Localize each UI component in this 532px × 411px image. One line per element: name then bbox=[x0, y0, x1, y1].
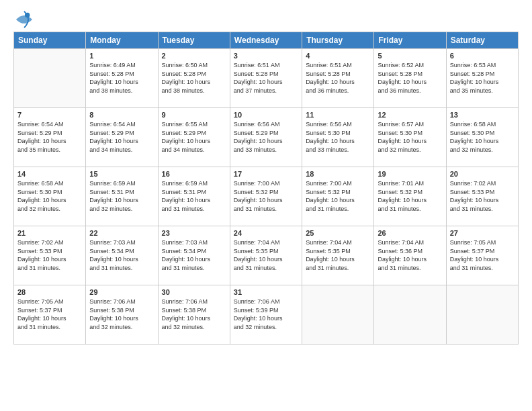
day-info: Sunrise: 6:53 AMSunset: 5:28 PMDaylight:… bbox=[450, 61, 515, 95]
calendar-cell: 1Sunrise: 6:49 AMSunset: 5:28 PMDaylight… bbox=[86, 49, 158, 108]
calendar-header-saturday: Saturday bbox=[446, 32, 518, 49]
day-number: 3 bbox=[234, 52, 298, 60]
day-number: 7 bbox=[17, 111, 82, 119]
day-info: Sunrise: 6:58 AMSunset: 5:30 PMDaylight:… bbox=[17, 179, 82, 213]
calendar-cell: 27Sunrise: 7:05 AMSunset: 5:37 PMDayligh… bbox=[446, 226, 518, 285]
calendar-week-2: 7Sunrise: 6:54 AMSunset: 5:29 PMDaylight… bbox=[14, 108, 519, 167]
day-info: Sunrise: 7:00 AMSunset: 5:32 PMDaylight:… bbox=[234, 179, 298, 213]
day-info: Sunrise: 7:02 AMSunset: 5:33 PMDaylight:… bbox=[17, 238, 82, 272]
calendar-cell: 12Sunrise: 6:57 AMSunset: 5:30 PMDayligh… bbox=[374, 108, 446, 167]
calendar-cell: 9Sunrise: 6:55 AMSunset: 5:29 PMDaylight… bbox=[158, 108, 230, 167]
day-number: 21 bbox=[17, 229, 82, 237]
day-number: 18 bbox=[306, 170, 370, 178]
day-info: Sunrise: 7:00 AMSunset: 5:32 PMDaylight:… bbox=[306, 179, 370, 213]
day-number: 16 bbox=[162, 170, 226, 178]
calendar-header-row: SundayMondayTuesdayWednesdayThursdayFrid… bbox=[14, 32, 519, 49]
calendar-header-friday: Friday bbox=[374, 32, 446, 49]
calendar-cell: 25Sunrise: 7:04 AMSunset: 5:35 PMDayligh… bbox=[302, 226, 374, 285]
calendar-header-wednesday: Wednesday bbox=[230, 32, 302, 49]
day-info: Sunrise: 7:05 AMSunset: 5:37 PMDaylight:… bbox=[450, 238, 515, 272]
day-number: 19 bbox=[378, 170, 442, 178]
day-info: Sunrise: 7:05 AMSunset: 5:37 PMDaylight:… bbox=[17, 298, 82, 331]
day-info: Sunrise: 6:51 AMSunset: 5:28 PMDaylight:… bbox=[234, 61, 298, 95]
calendar-cell: 5Sunrise: 6:52 AMSunset: 5:28 PMDaylight… bbox=[374, 49, 446, 108]
day-info: Sunrise: 7:04 AMSunset: 5:35 PMDaylight:… bbox=[234, 238, 298, 272]
calendar-header-sunday: Sunday bbox=[14, 32, 86, 49]
day-info: Sunrise: 6:50 AMSunset: 5:28 PMDaylight:… bbox=[162, 61, 226, 95]
day-number: 17 bbox=[234, 170, 298, 178]
calendar-cell: 18Sunrise: 7:00 AMSunset: 5:32 PMDayligh… bbox=[302, 167, 374, 226]
day-number: 5 bbox=[378, 52, 442, 60]
day-info: Sunrise: 6:56 AMSunset: 5:29 PMDaylight:… bbox=[234, 120, 298, 154]
day-info: Sunrise: 6:57 AMSunset: 5:30 PMDaylight:… bbox=[378, 120, 442, 154]
day-info: Sunrise: 6:54 AMSunset: 5:29 PMDaylight:… bbox=[89, 120, 154, 154]
svg-point-0 bbox=[25, 13, 30, 17]
day-info: Sunrise: 6:58 AMSunset: 5:30 PMDaylight:… bbox=[450, 120, 515, 154]
day-number: 30 bbox=[162, 288, 226, 296]
calendar-week-3: 14Sunrise: 6:58 AMSunset: 5:30 PMDayligh… bbox=[14, 167, 519, 226]
day-info: Sunrise: 6:56 AMSunset: 5:30 PMDaylight:… bbox=[306, 120, 370, 154]
calendar-cell bbox=[302, 285, 374, 345]
calendar-cell: 16Sunrise: 6:59 AMSunset: 5:31 PMDayligh… bbox=[158, 167, 230, 226]
calendar-cell: 26Sunrise: 7:04 AMSunset: 5:36 PMDayligh… bbox=[374, 226, 446, 285]
calendar-cell: 17Sunrise: 7:00 AMSunset: 5:32 PMDayligh… bbox=[230, 167, 302, 226]
day-number: 2 bbox=[162, 52, 226, 60]
calendar-cell: 22Sunrise: 7:03 AMSunset: 5:34 PMDayligh… bbox=[86, 226, 158, 285]
page: SundayMondayTuesdayWednesdayThursdayFrid… bbox=[0, 0, 532, 411]
day-number: 6 bbox=[450, 52, 515, 60]
day-number: 8 bbox=[89, 111, 154, 119]
calendar-cell: 14Sunrise: 6:58 AMSunset: 5:30 PMDayligh… bbox=[14, 167, 86, 226]
day-number: 1 bbox=[89, 52, 154, 60]
day-number: 25 bbox=[306, 229, 370, 237]
day-number: 31 bbox=[234, 288, 298, 296]
day-number: 26 bbox=[378, 229, 442, 237]
calendar-cell: 20Sunrise: 7:02 AMSunset: 5:33 PMDayligh… bbox=[446, 167, 518, 226]
day-info: Sunrise: 7:01 AMSunset: 5:32 PMDaylight:… bbox=[378, 179, 442, 213]
day-number: 23 bbox=[162, 229, 226, 237]
calendar-cell: 11Sunrise: 6:56 AMSunset: 5:30 PMDayligh… bbox=[302, 108, 374, 167]
calendar-cell: 8Sunrise: 6:54 AMSunset: 5:29 PMDaylight… bbox=[86, 108, 158, 167]
day-info: Sunrise: 6:59 AMSunset: 5:31 PMDaylight:… bbox=[162, 179, 226, 213]
header bbox=[13, 10, 519, 25]
day-info: Sunrise: 7:04 AMSunset: 5:35 PMDaylight:… bbox=[306, 238, 370, 272]
calendar-cell bbox=[446, 285, 518, 345]
day-number: 13 bbox=[450, 111, 515, 119]
calendar-header-thursday: Thursday bbox=[302, 32, 374, 49]
day-info: Sunrise: 7:04 AMSunset: 5:36 PMDaylight:… bbox=[378, 238, 442, 272]
day-number: 11 bbox=[306, 111, 370, 119]
day-info: Sunrise: 6:55 AMSunset: 5:29 PMDaylight:… bbox=[162, 120, 226, 154]
day-number: 4 bbox=[306, 52, 370, 60]
calendar-week-5: 28Sunrise: 7:05 AMSunset: 5:37 PMDayligh… bbox=[14, 285, 519, 345]
calendar-cell: 21Sunrise: 7:02 AMSunset: 5:33 PMDayligh… bbox=[14, 226, 86, 285]
day-number: 12 bbox=[378, 111, 442, 119]
calendar-cell: 29Sunrise: 7:06 AMSunset: 5:38 PMDayligh… bbox=[86, 285, 158, 345]
day-number: 9 bbox=[162, 111, 226, 119]
day-info: Sunrise: 7:06 AMSunset: 5:39 PMDaylight:… bbox=[234, 298, 298, 331]
day-number: 22 bbox=[89, 229, 154, 237]
calendar-week-4: 21Sunrise: 7:02 AMSunset: 5:33 PMDayligh… bbox=[14, 226, 519, 285]
calendar-cell bbox=[14, 49, 86, 108]
calendar-week-1: 1Sunrise: 6:49 AMSunset: 5:28 PMDaylight… bbox=[14, 49, 519, 108]
day-number: 27 bbox=[450, 229, 515, 237]
day-info: Sunrise: 7:03 AMSunset: 5:34 PMDaylight:… bbox=[89, 238, 154, 272]
calendar-cell: 7Sunrise: 6:54 AMSunset: 5:29 PMDaylight… bbox=[14, 108, 86, 167]
calendar-cell: 15Sunrise: 6:59 AMSunset: 5:31 PMDayligh… bbox=[86, 167, 158, 226]
day-info: Sunrise: 7:03 AMSunset: 5:34 PMDaylight:… bbox=[162, 238, 226, 272]
day-info: Sunrise: 7:02 AMSunset: 5:33 PMDaylight:… bbox=[450, 179, 515, 213]
calendar-cell: 19Sunrise: 7:01 AMSunset: 5:32 PMDayligh… bbox=[374, 167, 446, 226]
day-number: 24 bbox=[234, 229, 298, 237]
calendar-header-tuesday: Tuesday bbox=[158, 32, 230, 49]
day-number: 15 bbox=[89, 170, 154, 178]
day-info: Sunrise: 6:49 AMSunset: 5:28 PMDaylight:… bbox=[89, 61, 154, 95]
calendar-cell: 6Sunrise: 6:53 AMSunset: 5:28 PMDaylight… bbox=[446, 49, 518, 108]
day-number: 10 bbox=[234, 111, 298, 119]
calendar-cell: 28Sunrise: 7:05 AMSunset: 5:37 PMDayligh… bbox=[14, 285, 86, 345]
calendar-cell bbox=[374, 285, 446, 345]
day-info: Sunrise: 6:54 AMSunset: 5:29 PMDaylight:… bbox=[17, 120, 82, 154]
day-number: 20 bbox=[450, 170, 515, 178]
calendar-cell: 23Sunrise: 7:03 AMSunset: 5:34 PMDayligh… bbox=[158, 226, 230, 285]
calendar-cell: 3Sunrise: 6:51 AMSunset: 5:28 PMDaylight… bbox=[230, 49, 302, 108]
day-info: Sunrise: 6:52 AMSunset: 5:28 PMDaylight:… bbox=[378, 61, 442, 95]
logo bbox=[13, 10, 34, 25]
calendar-cell: 10Sunrise: 6:56 AMSunset: 5:29 PMDayligh… bbox=[230, 108, 302, 167]
